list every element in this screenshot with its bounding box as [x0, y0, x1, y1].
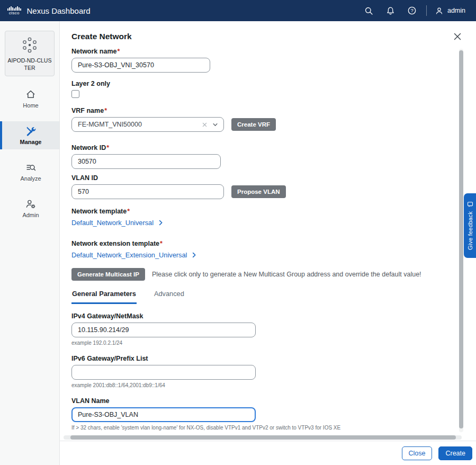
- sidebar-item-admin[interactable]: Admin: [0, 194, 59, 222]
- network-id-label: Network ID: [71, 144, 109, 151]
- network-template-label: Network template: [71, 208, 130, 215]
- chevron-right-icon: [191, 252, 197, 258]
- network-extension-template-value: Default_Network_Extension_Universal: [71, 251, 187, 259]
- vrf-name-label: VRF name: [71, 107, 107, 114]
- create-button[interactable]: Create: [438, 446, 472, 460]
- cluster-name: AIPOD-ND-CLUSTER: [7, 57, 52, 71]
- network-extension-template-label: Network extension template: [71, 240, 163, 247]
- network-name-label: Network name: [71, 48, 120, 55]
- create-vrf-button[interactable]: Create VRF: [231, 118, 276, 131]
- nexus-dashboard-app: cisco Nexus Dashboard ? admin: [0, 0, 476, 465]
- vlan-name-input[interactable]: [71, 407, 256, 422]
- top-bar-divider: [426, 5, 427, 16]
- close-footer-button[interactable]: Close: [402, 446, 433, 460]
- generate-multicast-ip-button[interactable]: Generate Multicast IP: [71, 268, 145, 281]
- vlan-id-input[interactable]: [71, 184, 224, 199]
- help-button[interactable]: ?: [401, 0, 423, 21]
- create-network-panel: Create Network Network name Layer 2 only…: [60, 21, 476, 465]
- feedback-label: Give feedback: [467, 211, 473, 250]
- sidebar-item-label: Manage: [20, 139, 42, 145]
- user-icon: [435, 7, 443, 15]
- propose-vlan-button[interactable]: Propose VLAN: [231, 185, 286, 198]
- field-network-extension-template: Network extension template Default_Netwo…: [71, 240, 453, 260]
- close-button[interactable]: [452, 31, 463, 42]
- search-icon: [364, 6, 373, 15]
- app-title: Nexus Dashboard: [27, 6, 91, 15]
- panel-footer: Close Create: [60, 441, 476, 465]
- vlan-id-row: Propose VLAN: [71, 184, 453, 199]
- multicast-note: Please click only to generate a New Mult…: [152, 271, 421, 278]
- horizontal-scrollbar[interactable]: [64, 435, 462, 440]
- close-icon: [452, 31, 463, 42]
- brand: cisco Nexus Dashboard: [7, 6, 91, 15]
- clear-icon[interactable]: [201, 121, 208, 128]
- vlan-name-hint: If > 32 chars, enable 'system vlan long-…: [71, 425, 453, 431]
- feedback-icon: [467, 201, 473, 208]
- sidebar-item-manage[interactable]: Manage: [0, 121, 59, 149]
- network-name-input[interactable]: [71, 58, 210, 73]
- user-menu[interactable]: admin: [430, 7, 469, 15]
- layer2-only-label: Layer 2 only: [71, 80, 110, 87]
- give-feedback-button[interactable]: Give feedback: [464, 193, 476, 258]
- sidebar-item-label: Analyze: [20, 175, 41, 182]
- horizontal-scrollbar-thumb[interactable]: [70, 435, 456, 440]
- svg-text:?: ?: [411, 7, 414, 13]
- vertical-scrollbar[interactable]: [459, 49, 463, 432]
- cluster-selector[interactable]: AIPOD-ND-CLUSTER: [5, 31, 55, 76]
- notifications-button[interactable]: [380, 0, 401, 21]
- vrf-name-value: FE-MGMT_VNI50000: [78, 121, 197, 128]
- ipv4-gateway-label: IPv4 Gateway/NetMask: [71, 312, 143, 320]
- vlan-name-label: VLAN Name: [71, 397, 110, 405]
- field-network-name: Network name: [71, 48, 453, 73]
- bell-icon: [386, 6, 395, 15]
- tab-general-parameters[interactable]: General Parameters: [71, 290, 137, 304]
- network-template-link[interactable]: Default_Network_Universal: [71, 219, 164, 227]
- cisco-logo: cisco: [7, 6, 21, 15]
- ipv4-gateway-input[interactable]: [71, 323, 256, 337]
- search-button[interactable]: [358, 0, 380, 21]
- ipv6-gateway-label: IPv6 Gateway/Prefix List: [71, 355, 148, 362]
- sidebar-item-home[interactable]: Home: [0, 85, 59, 113]
- field-network-id: Network ID: [71, 144, 453, 169]
- layer2-only-checkbox[interactable]: [71, 90, 79, 98]
- cluster-icon: [21, 36, 39, 54]
- field-vrf-name: VRF name FE-MGMT_VNI50000 Create VRF: [71, 107, 453, 132]
- chevron-down-icon[interactable]: [212, 121, 219, 128]
- field-ipv6-gateway: IPv6 Gateway/Prefix List example 2001:db…: [71, 355, 453, 388]
- field-ipv4-gateway: IPv4 Gateway/NetMask example 192.0.2.1/2…: [71, 312, 453, 346]
- vertical-scrollbar-thumb[interactable]: [459, 50, 463, 428]
- top-bar: cisco Nexus Dashboard ? admin: [0, 0, 476, 21]
- sidebar-item-analyze[interactable]: Analyze: [0, 158, 59, 186]
- parameter-tabs: General Parameters Advanced: [71, 290, 453, 304]
- sidebar: AIPOD-ND-CLUSTER Home Manage Analyze: [0, 21, 60, 465]
- analyze-icon: [25, 162, 36, 173]
- ipv4-gateway-hint: example 192.0.2.1/24: [71, 340, 453, 346]
- admin-icon: [25, 199, 36, 209]
- network-id-input[interactable]: [71, 154, 221, 169]
- field-layer2-only: Layer 2 only: [71, 80, 453, 98]
- user-name: admin: [447, 7, 465, 14]
- ipv6-gateway-hint: example 2001:db8::1/64,2001:db9::1/64: [71, 382, 453, 388]
- multicast-row: Generate Multicast IP Please click only …: [71, 268, 453, 281]
- field-vlan-id: VLAN ID Propose VLAN: [71, 174, 453, 199]
- tab-advanced[interactable]: Advanced: [154, 290, 185, 304]
- home-icon: [25, 89, 36, 100]
- network-template-value: Default_Network_Universal: [71, 219, 154, 227]
- vlan-id-label: VLAN ID: [71, 174, 98, 182]
- help-icon: ?: [407, 6, 417, 15]
- field-network-template: Network template Default_Network_Univers…: [71, 208, 453, 227]
- ipv6-gateway-input[interactable]: [71, 365, 256, 380]
- chevron-right-icon: [157, 219, 164, 226]
- field-vlan-name: VLAN Name If > 32 chars, enable 'system …: [71, 397, 453, 431]
- cisco-logo-bars: [7, 6, 21, 11]
- cisco-logo-text: cisco: [9, 11, 20, 15]
- create-network-form: Network name Layer 2 only VRF name FE-MG…: [71, 48, 453, 435]
- vrf-name-row: FE-MGMT_VNI50000 Create VRF: [71, 117, 453, 132]
- tools-icon: [25, 126, 36, 136]
- top-bar-actions: ? admin: [358, 0, 469, 21]
- panel-header: Create Network: [71, 31, 463, 42]
- sidebar-item-label: Admin: [22, 212, 39, 218]
- network-extension-template-link[interactable]: Default_Network_Extension_Universal: [71, 251, 197, 259]
- vrf-name-select[interactable]: FE-MGMT_VNI50000: [71, 117, 224, 132]
- sidebar-item-label: Home: [23, 102, 38, 109]
